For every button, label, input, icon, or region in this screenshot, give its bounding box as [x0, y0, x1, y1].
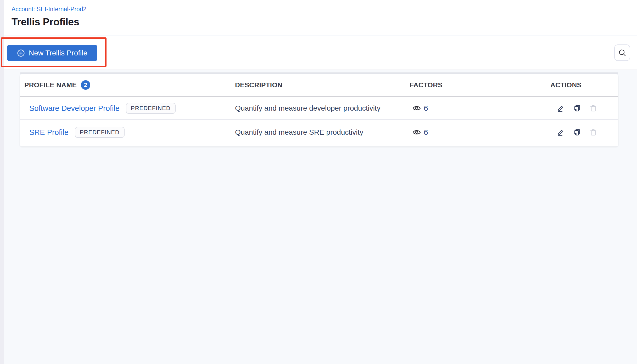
profiles-table: PROFILE NAME 2 DESCRIPTION FACTORS ACTIO… [20, 74, 618, 146]
column-header-actions: ACTIONS [550, 81, 618, 89]
collapsed-sidebar-edge [0, 0, 4, 364]
search-button[interactable] [614, 44, 630, 61]
new-trellis-profile-button-label: New Trellis Profile [29, 49, 87, 57]
column-header-factors: FACTORS [410, 81, 550, 89]
eye-icon [412, 128, 421, 137]
page-title: Trellis Profiles [12, 16, 79, 28]
table-header-row: PROFILE NAME 2 DESCRIPTION FACTORS ACTIO… [20, 74, 618, 97]
profile-count-badge: 2 [81, 80, 90, 90]
profile-description: Quantify and measure developer productiv… [235, 104, 410, 112]
factors-count: 6 [424, 104, 428, 113]
delete-icon[interactable] [589, 104, 597, 112]
edit-icon[interactable] [557, 128, 565, 136]
factors-count: 6 [424, 128, 428, 137]
page-header: Account: SEI-Internal-Prod2 Trellis Prof… [0, 0, 637, 35]
profile-description: Quantify and measure SRE productivity [235, 128, 410, 136]
account-breadcrumb-link[interactable]: Account: SEI-Internal-Prod2 [12, 6, 86, 13]
search-icon [618, 48, 627, 57]
profile-name-link[interactable]: Software Developer Profile [29, 104, 120, 113]
predefined-tag: PREDEFINED [126, 103, 176, 114]
horizontal-scrollbar[interactable] [20, 72, 618, 74]
column-header-profile-name: PROFILE NAME [24, 81, 77, 89]
edit-icon[interactable] [557, 104, 565, 112]
copy-icon[interactable] [573, 128, 581, 136]
column-header-description: DESCRIPTION [235, 81, 410, 89]
copy-icon[interactable] [573, 104, 581, 112]
delete-icon[interactable] [589, 128, 597, 136]
plus-circle-icon [17, 49, 25, 57]
new-trellis-profile-button[interactable]: New Trellis Profile [7, 45, 97, 61]
table-body: Software Developer Profile PREDEFINED Qu… [20, 97, 618, 145]
profile-name-link[interactable]: SRE Profile [29, 128, 69, 137]
eye-icon [412, 104, 421, 113]
table-row: Software Developer Profile PREDEFINED Qu… [20, 97, 618, 120]
table-row: SRE Profile PREDEFINED Quantify and meas… [20, 120, 618, 145]
predefined-tag: PREDEFINED [75, 127, 125, 138]
